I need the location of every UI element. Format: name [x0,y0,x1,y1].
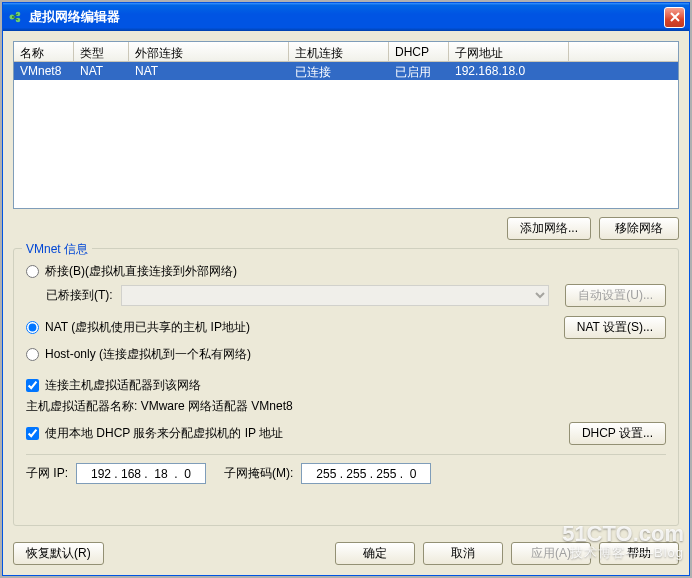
close-button[interactable] [664,7,685,28]
col-host[interactable]: 主机连接 [289,42,389,61]
titlebar[interactable]: 虚拟网络编辑器 [3,3,689,31]
col-ext[interactable]: 外部连接 [129,42,289,61]
apply-button: 应用(A) [511,542,591,565]
cell-ext: NAT [129,62,289,80]
radio-bridged-label: 桥接(B)(虚拟机直接连接到外部网络) [45,263,237,280]
nat-row: NAT (虚拟机使用已共享的主机 IP地址) NAT 设置(S)... [26,315,666,340]
ok-button[interactable]: 确定 [335,542,415,565]
window: 虚拟网络编辑器 名称 类型 外部连接 主机连接 DHCP 子网地址 VMnet8… [2,2,690,576]
col-dhcp[interactable]: DHCP [389,42,449,61]
list-header: 名称 类型 外部连接 主机连接 DHCP 子网地址 [14,42,678,62]
adapter-name-label: 主机虚拟适配器名称: VMware 网络适配器 VMnet8 [26,398,666,415]
hostonly-row: Host-only (连接虚拟机到一个私有网络) [26,346,666,363]
list-buttons: 添加网络... 移除网络 [13,217,679,240]
cell-type: NAT [74,62,129,80]
radio-nat-label: NAT (虚拟机使用已共享的主机 IP地址) [45,319,250,336]
network-list[interactable]: 名称 类型 外部连接 主机连接 DHCP 子网地址 VMnet8 NAT NAT… [13,41,679,209]
add-network-button[interactable]: 添加网络... [507,217,591,240]
subnet-ip-input[interactable] [76,463,206,484]
bridged-select [121,285,550,306]
separator [26,454,666,455]
subnet-row: 子网 IP: 子网掩码(M): [26,463,666,484]
restore-defaults-button[interactable]: 恢复默认(R) [13,542,104,565]
footer: 恢复默认(R) 确定 取消 应用(A) 帮助 [3,536,689,575]
col-type[interactable]: 类型 [74,42,129,61]
use-dhcp-label: 使用本地 DHCP 服务来分配虚拟机的 IP 地址 [45,425,283,442]
cancel-button[interactable]: 取消 [423,542,503,565]
radio-bridged-row: 桥接(B)(虚拟机直接连接到外部网络) [26,263,666,280]
radio-hostonly[interactable] [26,348,39,361]
connect-host-label: 连接主机虚拟适配器到该网络 [45,377,201,394]
checkbox-use-dhcp[interactable] [26,427,39,440]
radio-nat[interactable] [26,321,39,334]
auto-set-button: 自动设置(U)... [565,284,666,307]
checkbox-connect-host[interactable] [26,379,39,392]
cell-host: 已连接 [289,62,389,80]
remove-network-button[interactable]: 移除网络 [599,217,679,240]
app-icon [7,9,23,25]
cell-sub: 192.168.18.0 [449,62,569,80]
subnet-ip-label: 子网 IP: [26,465,68,482]
radio-hostonly-label: Host-only (连接虚拟机到一个私有网络) [45,346,251,363]
client-area: 名称 类型 外部连接 主机连接 DHCP 子网地址 VMnet8 NAT NAT… [3,31,689,536]
connect-host-row: 连接主机虚拟适配器到该网络 [26,377,666,394]
dhcp-settings-button[interactable]: DHCP 设置... [569,422,666,445]
list-body: VMnet8 NAT NAT 已连接 已启用 192.168.18.0 [14,62,678,208]
col-sub[interactable]: 子网地址 [449,42,569,61]
nat-settings-button[interactable]: NAT 设置(S)... [564,316,666,339]
vmnet-info-group: VMnet 信息 桥接(B)(虚拟机直接连接到外部网络) 已桥接到(T): 自动… [13,248,679,526]
bridged-to-row: 已桥接到(T): 自动设置(U)... [46,284,666,307]
window-title: 虚拟网络编辑器 [29,8,664,26]
cell-dhcp: 已启用 [389,62,449,80]
cell-name: VMnet8 [14,62,74,80]
group-legend: VMnet 信息 [22,241,92,258]
subnet-mask-label: 子网掩码(M): [224,465,293,482]
subnet-mask-input[interactable] [301,463,431,484]
col-name[interactable]: 名称 [14,42,74,61]
radio-bridged[interactable] [26,265,39,278]
help-button[interactable]: 帮助 [599,542,679,565]
bridged-to-label: 已桥接到(T): [46,287,113,304]
table-row[interactable]: VMnet8 NAT NAT 已连接 已启用 192.168.18.0 [14,62,678,80]
use-dhcp-row: 使用本地 DHCP 服务来分配虚拟机的 IP 地址 DHCP 设置... [26,421,666,446]
